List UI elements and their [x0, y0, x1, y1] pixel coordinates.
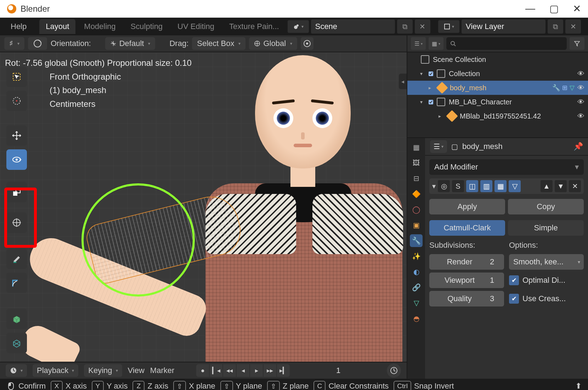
viewlayer-browse-icon[interactable]: ▾	[438, 20, 459, 33]
outliner-item-body-mesh[interactable]: ▸ body_mesh 🔧 ⊞ ▽ 👁	[407, 81, 588, 95]
3d-viewport[interactable]: Rot: -7.56 global (Smooth) Proportional …	[0, 52, 407, 362]
tool-rotate[interactable]	[6, 149, 27, 170]
timeline-clock-icon[interactable]	[387, 363, 401, 378]
modifier-move-down[interactable]: ▼	[555, 180, 567, 192]
proportional-falloff-icon[interactable]	[301, 37, 313, 50]
workspace-tab-layout[interactable]: Layout	[39, 19, 75, 34]
tool-transform[interactable]	[6, 212, 27, 233]
jump-prev-keyframe-button[interactable]: ◂◂	[223, 364, 236, 377]
outliner-item-mblab-bd[interactable]: ▸ MBlab_bd1597552451.42 👁	[407, 109, 588, 123]
visibility-eye-icon[interactable]: 👁	[577, 98, 584, 106]
current-frame-field[interactable]: 1	[295, 366, 381, 375]
props-tab-material[interactable]: ◓	[410, 312, 423, 325]
subdiv-type-catmull[interactable]: Catmull-Clark	[429, 220, 505, 236]
modifier-name-field[interactable]: S	[452, 180, 464, 192]
props-tab-physics[interactable]: ◐	[410, 265, 423, 278]
props-tab-viewlayer[interactable]: ⊟	[410, 172, 423, 185]
workspace-tab-modeling[interactable]: Modeling	[78, 19, 122, 34]
props-tab-world[interactable]: ◯	[410, 203, 423, 216]
mesh-data-icon[interactable]: ▽	[570, 84, 575, 92]
uv-smooth-dropdown[interactable]: Smooth, kee...▾	[509, 254, 584, 270]
subdiv-type-simple[interactable]: Simple	[508, 220, 584, 236]
modifier-icon[interactable]: 🔧	[552, 84, 560, 92]
transform-orientation-dropdown[interactable]: Global▾	[249, 37, 297, 50]
play-reverse-button[interactable]: ◂	[237, 364, 249, 377]
rotate-gizmo-ring[interactable]	[81, 183, 195, 297]
workspace-tab-texturepaint[interactable]: Texture Pain...	[223, 19, 285, 34]
modifier-show-viewport[interactable]: ▦	[494, 180, 507, 192]
outliner-display-mode[interactable]: ☰▾	[411, 37, 426, 50]
optimal-display-checkbox[interactable]: ✔Optimal Di...	[509, 273, 584, 288]
visibility-eye-icon[interactable]: 👁	[577, 84, 584, 92]
help-menu[interactable]: Help	[7, 20, 30, 33]
tool-add-primitive[interactable]	[6, 333, 27, 353]
props-tab-data[interactable]: ▽	[410, 297, 423, 309]
viewlayer-name-field[interactable]: View Layer	[462, 19, 545, 34]
props-context-icon[interactable]: ☰▾	[430, 140, 447, 153]
outliner-collection[interactable]: ▾ Collection 👁	[407, 67, 588, 81]
props-tab-scene[interactable]: 🔶	[410, 188, 423, 200]
jump-start-button[interactable]: ▎◂	[210, 364, 222, 377]
modifier-show-on-cage[interactable]: ◫	[466, 180, 478, 192]
new-scene-button[interactable]: ⧉	[397, 19, 413, 34]
playback-menu[interactable]: Playback▾	[33, 364, 78, 377]
sidebar-collapse-handle[interactable]: ◂	[399, 74, 407, 89]
workspace-tab-uvediting[interactable]: UV Editing	[171, 19, 221, 34]
tool-add-cube[interactable]	[6, 309, 27, 329]
add-modifier-dropdown[interactable]: Add Modifier ▾	[429, 159, 584, 175]
modifier-apply-button[interactable]: Apply	[429, 199, 505, 214]
props-tab-particles[interactable]: ✨	[410, 250, 423, 263]
visibility-eye-icon[interactable]: 👁	[577, 70, 584, 78]
scene-browse-icon[interactable]: ▾	[288, 20, 309, 33]
jump-next-keyframe-button[interactable]: ▸▸	[264, 364, 276, 377]
modifier-show-render[interactable]: ▽	[509, 180, 521, 192]
close-button[interactable]: ✕	[573, 3, 581, 15]
minimize-button[interactable]: —	[525, 3, 535, 15]
outliner-scene-collection[interactable]: Scene Collection	[407, 52, 588, 67]
tool-move[interactable]	[6, 125, 27, 146]
collection-enable-checkbox[interactable]	[429, 100, 433, 104]
jump-end-button[interactable]: ▸▎	[277, 364, 290, 377]
tool-scale[interactable]	[6, 182, 27, 202]
vertex-groups-icon[interactable]: ⊞	[562, 84, 567, 92]
timeline-editor-type[interactable]: ▾	[6, 364, 27, 377]
props-tab-object[interactable]: ▣	[410, 219, 423, 231]
subdiv-render-field[interactable]: Render2	[429, 254, 504, 270]
tool-cursor[interactable]	[6, 91, 27, 111]
outliner-filter-button[interactable]	[570, 37, 584, 50]
subdiv-quality-field[interactable]: Quality3	[429, 291, 504, 306]
delete-viewlayer-button[interactable]: ✕	[565, 19, 581, 34]
play-button[interactable]: ▸	[250, 364, 263, 377]
scene-name-field[interactable]: Scene	[311, 19, 395, 34]
tool-select-box[interactable]	[6, 67, 27, 87]
modifier-delete[interactable]: ✕	[569, 180, 581, 192]
visibility-eye-icon[interactable]: 👁	[577, 112, 584, 120]
timeline-view-menu[interactable]: View	[128, 366, 145, 375]
collection-enable-checkbox[interactable]	[429, 71, 433, 76]
subdiv-viewport-field[interactable]: Viewport1	[429, 273, 504, 288]
props-tab-constraints[interactable]: 🔗	[410, 281, 423, 294]
proportional-edit-toggle[interactable]	[28, 37, 47, 50]
tool-annotate[interactable]	[6, 248, 27, 269]
drag-dropdown[interactable]: Select Box▾	[192, 37, 245, 50]
props-tab-render[interactable]: ▦	[410, 141, 423, 154]
modifier-move-up[interactable]: ▲	[541, 180, 553, 192]
props-tab-output[interactable]: 🖼	[410, 156, 423, 169]
outliner-collection-mblab[interactable]: ▾ MB_LAB_Character 👁	[407, 95, 588, 109]
modifier-show-in-editmode[interactable]: ▥	[480, 180, 492, 192]
modifier-copy-button[interactable]: Copy	[508, 199, 584, 214]
orientation-dropdown[interactable]: Default▾	[105, 37, 156, 50]
outliner-search[interactable]	[446, 37, 567, 50]
keying-menu[interactable]: Keying▾	[84, 364, 122, 377]
timeline-marker-menu[interactable]: Marker	[150, 366, 174, 375]
snap-toggle[interactable]: ♯▾	[4, 37, 24, 50]
maximize-button[interactable]: ▢	[549, 3, 559, 15]
new-viewlayer-button[interactable]: ⧉	[548, 19, 563, 34]
modifier-panel-header[interactable]: ▾ ◎ S ◫ ▥ ▦ ▽ ▲ ▼ ✕	[429, 178, 584, 194]
delete-scene-button[interactable]: ✕	[415, 19, 430, 34]
tool-measure[interactable]	[6, 273, 27, 293]
use-creases-checkbox[interactable]: ✔Use Creas...	[509, 291, 584, 306]
pin-icon[interactable]: 📌	[573, 142, 583, 151]
outliner-filter-icon[interactable]: ▦▾	[429, 37, 443, 50]
props-tab-modifiers[interactable]: 🔧	[410, 234, 423, 247]
